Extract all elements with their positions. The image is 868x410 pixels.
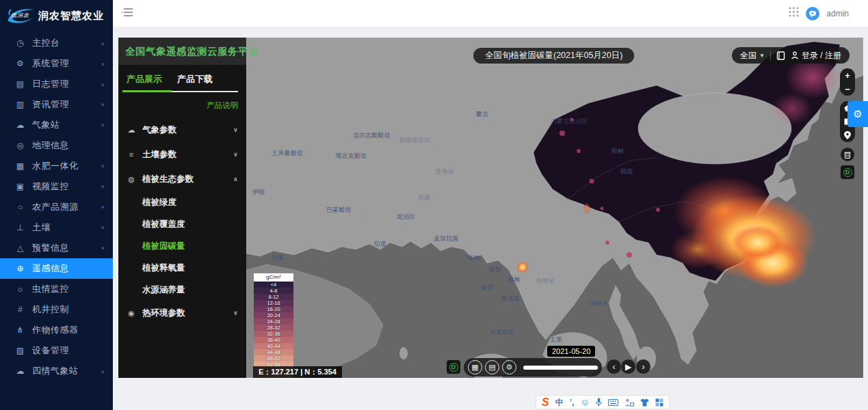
tab-product-display[interactable]: 产品展示: [127, 73, 162, 85]
zoom-in-button[interactable]: +: [840, 68, 855, 82]
water-fertilizer-icon: ▦: [15, 161, 25, 171]
region-selector[interactable]: 全国 ▼: [740, 50, 765, 62]
chevron-down-icon: ∨: [101, 61, 105, 66]
well-control-icon: #: [15, 305, 25, 314]
tree-node-vegetation-param[interactable]: ◍植被生态参数∧: [127, 167, 238, 191]
sidebar-item-weather-station[interactable]: ☁气象站∨: [0, 115, 113, 135]
legend-row: 4-8: [254, 288, 293, 294]
chevron-down-icon: ∨: [101, 102, 105, 107]
app-grid-icon[interactable]: [789, 7, 799, 20]
time-control-bar: ▦ ▤ ⚙: [464, 358, 602, 377]
tree-leaf[interactable]: 植被固碳量: [127, 235, 238, 257]
sidebar-item-soil[interactable]: ⊥土壤∨: [0, 217, 113, 238]
menu-fold-icon[interactable]: [122, 8, 133, 20]
tree-node-soil-param[interactable]: ≡土壤参数∨: [127, 142, 238, 167]
crop-sensor-icon: ⋔: [15, 325, 25, 335]
next-step-button[interactable]: ›: [636, 359, 650, 374]
sidebar-item-water-fertilizer[interactable]: ▦水肥一体化∨: [0, 156, 113, 176]
weather-station-icon: ☁: [15, 120, 25, 130]
remote-sensing-card: 全国气象遥感监测云服务平台 产品展示 产品下载 产品说明 ☁气象参数∨≡土壤参数…: [118, 38, 863, 378]
sidebar-item-dashboard[interactable]: ◷主控台∨: [0, 33, 113, 53]
sidebar-item-system[interactable]: ⚙系统管理∨: [0, 53, 113, 74]
sidebar-item-geo-info[interactable]: ◎地理信息: [0, 135, 113, 156]
calendar-icon[interactable]: ▦: [468, 360, 482, 374]
soil-icon: ⊥: [15, 223, 25, 232]
sidebar-item-label: 水肥一体化: [32, 160, 101, 172]
timeline-provider-button[interactable]: D: [447, 360, 460, 374]
sidebar-item-label: 日志管理: [32, 78, 101, 90]
sidebar-item-well-control[interactable]: #机井控制: [0, 299, 113, 320]
legend-row: 48-52: [254, 355, 293, 361]
location-pin-icon[interactable]: [840, 128, 855, 142]
map-topright-toolbar: 全国 ▼ 登录 / 注册: [732, 47, 850, 64]
sidebar-item-news[interactable]: ▥资讯管理∨: [0, 94, 113, 115]
settings-icon[interactable]: ⚙: [502, 360, 516, 374]
sidebar-item-four-factor-station[interactable]: ☁四情气象站∨: [0, 361, 113, 381]
user-avatar[interactable]: [806, 7, 819, 20]
chevron-down-icon: ∨: [101, 40, 105, 45]
username: admin: [826, 9, 849, 18]
sogou-logo-icon[interactable]: S: [542, 397, 549, 408]
sidebar-item-label: 机井控制: [32, 303, 105, 316]
parameter-tree: ☁气象参数∨≡土壤参数∨◍植被生态参数∧植被绿度植被覆盖度植被固碳量植被释氧量水…: [127, 118, 238, 325]
zoom-out-button[interactable]: −: [840, 82, 855, 96]
chevron-down-icon: ∨: [233, 151, 238, 158]
journal-icon[interactable]: [776, 51, 785, 60]
calendar-alt-icon[interactable]: ▤: [485, 360, 499, 374]
sidebar-item-log[interactable]: ▤日志管理∨: [0, 74, 113, 94]
legend-row: 20-24: [254, 312, 293, 318]
sidebar-item-device-manage[interactable]: ▧设备管理: [0, 340, 113, 361]
chevron-down-icon: ▼: [759, 53, 765, 59]
product-panel: 全国气象遥感监测云服务平台 产品展示 产品下载 产品说明 ☁气象参数∨≡土壤参数…: [118, 38, 246, 378]
chevron-down-icon: ∨: [101, 163, 105, 168]
sidebar-item-warning[interactable]: △预警信息∨: [0, 238, 113, 258]
settings-flyout-button[interactable]: ⚙: [847, 101, 868, 127]
emoji-icon[interactable]: ☺: [580, 398, 589, 407]
tree-leaf[interactable]: 植被释氧量: [127, 257, 238, 279]
sidebar-item-trace[interactable]: ○农产品溯源∨: [0, 197, 113, 217]
sidebar-item-label: 作物传感器: [32, 324, 105, 336]
tree-leaf[interactable]: 水源涵养量: [127, 279, 238, 301]
chevron-down-icon: ∨: [101, 184, 105, 189]
login-register[interactable]: 登录 / 注册: [791, 50, 841, 62]
prev-step-button[interactable]: ‹: [607, 359, 621, 374]
divider: [770, 51, 771, 60]
handwriting-icon[interactable]: [624, 398, 634, 407]
product-description-link[interactable]: 产品说明: [127, 100, 238, 111]
legend-row: 16-20: [254, 306, 293, 312]
toolbox-icon[interactable]: [655, 398, 663, 407]
tree-leaf[interactable]: 植被覆盖度: [127, 213, 238, 235]
remote-sensing-icon: ⊕: [15, 264, 25, 273]
sidebar-item-label: 遥感信息: [32, 262, 105, 275]
map-provider-logo-icon: D: [449, 363, 458, 372]
sidebar-item-video-monitor[interactable]: ▣视频监控∨: [0, 176, 113, 197]
mic-icon[interactable]: [596, 398, 602, 407]
play-button[interactable]: ▶: [621, 359, 635, 374]
basemap-svg: [246, 38, 863, 378]
punctuation-icon[interactable]: ’,: [570, 398, 575, 407]
thermal-param-icon: ◉: [127, 309, 136, 318]
sidebar-item-pest-monitor[interactable]: ☼虫情监控: [0, 279, 113, 299]
tree-node-thermal-param[interactable]: ◉热环境参数∨: [127, 301, 238, 325]
legend-row: 24-28: [254, 318, 293, 325]
map-provider-button[interactable]: D: [841, 165, 854, 179]
legend-row: 32-36: [254, 331, 293, 337]
time-slider[interactable]: [523, 366, 598, 370]
sidebar-item-label: 预警信息: [32, 242, 101, 254]
sidebar-item-label: 主控台: [32, 37, 101, 49]
clear-trash-icon[interactable]: [841, 148, 854, 161]
keyboard-icon[interactable]: [608, 399, 618, 406]
tree-leaf[interactable]: 植被绿度: [127, 191, 238, 213]
tab-product-download[interactable]: 产品下载: [177, 73, 213, 85]
coordinates-readout: E：127.217 | N：5.354: [253, 366, 342, 378]
sidebar-item-remote-sensing[interactable]: ⊕遥感信息: [0, 258, 113, 279]
sidebar-item-label: 系统管理: [32, 57, 101, 70]
legend: gC/m² <44-88-1212-1616-2020-2424-2828-32…: [254, 273, 293, 378]
tree-node-label: 气象参数: [142, 124, 233, 136]
user-icon: [791, 51, 799, 59]
skin-icon[interactable]: [640, 398, 649, 407]
sidebar-item-crop-sensor[interactable]: ⋔作物传感器: [0, 320, 113, 340]
map-canvas[interactable]: 蒙古内蒙古自治区吉尔吉斯斯坦新疆维吾尔塔吉克斯坦土库曼斯坦伊朗青海省西藏朝鲜韩国…: [246, 38, 863, 378]
tree-node-weather-param[interactable]: ☁气象参数∨: [127, 118, 238, 142]
lang-mode-icon[interactable]: 中: [555, 398, 564, 407]
